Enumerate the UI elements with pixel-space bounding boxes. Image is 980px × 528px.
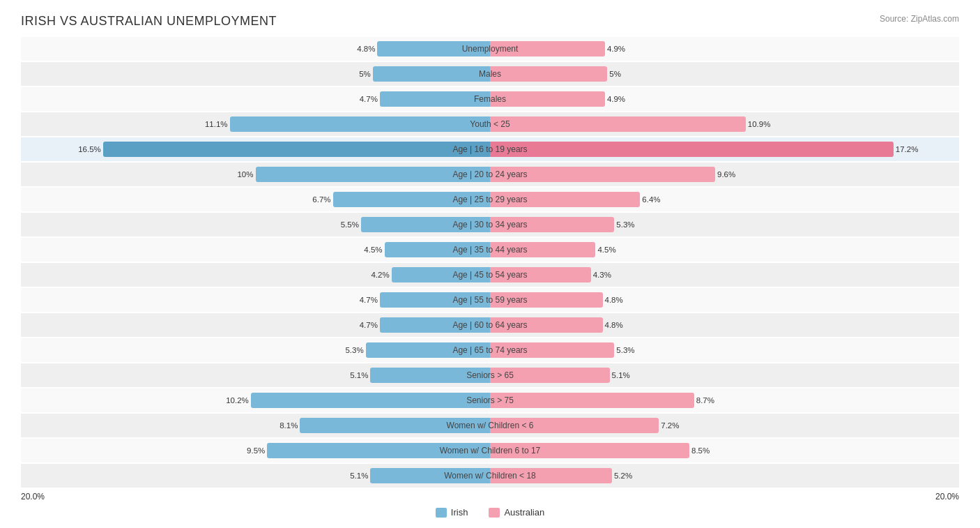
australian-value: 4.8%	[603, 321, 623, 329]
australian-bar	[490, 91, 605, 107]
row-label: Women w/ Children < 18	[444, 471, 536, 481]
right-half: 7.2%	[490, 414, 959, 437]
left-half: 5.1%	[21, 464, 490, 488]
chart-title: IRISH VS AUSTRALIAN UNEMPLOYMENT	[21, 14, 277, 29]
axis-right: 20.0%	[490, 492, 959, 501]
legend-australian-box	[489, 508, 500, 518]
left-half: 16.5%	[21, 137, 490, 161]
table-row: 4.2%Age | 45 to 54 years4.3%	[21, 263, 959, 287]
table-row: 11.1%Youth < 2510.9%	[21, 112, 959, 136]
table-row: 6.7%Age | 25 to 29 years6.4%	[21, 188, 959, 211]
row-label: Age | 16 to 19 years	[452, 144, 527, 154]
australian-bar	[490, 116, 746, 132]
left-half: 4.5%	[21, 238, 490, 262]
right-half: 5%	[490, 62, 959, 86]
right-half: 10.9%	[490, 112, 959, 136]
table-row: 4.7%Age | 60 to 64 years4.8%	[21, 313, 959, 337]
legend-irish: Irish	[436, 507, 468, 518]
irish-bar	[103, 142, 490, 157]
row-label: Age | 60 to 64 years	[452, 320, 527, 330]
irish-value: 4.7%	[360, 321, 380, 329]
table-row: 10.2%Seniors > 758.7%	[21, 389, 959, 412]
right-half: 4.9%	[490, 37, 959, 61]
right-half: 4.8%	[490, 288, 959, 312]
left-half: 5.1%	[21, 363, 490, 387]
row-label: Females	[474, 94, 506, 104]
right-half: 8.5%	[490, 439, 959, 462]
left-half: 11.1%	[21, 112, 490, 136]
table-row: 5%Males5%	[21, 62, 959, 86]
irish-value: 4.8%	[357, 45, 377, 53]
australian-value: 10.9%	[746, 120, 771, 128]
axis-left: 20.0%	[21, 492, 490, 501]
right-half: 4.9%	[490, 87, 959, 111]
australian-value: 5.1%	[610, 371, 630, 379]
row-label: Seniors > 65	[466, 370, 514, 380]
row-label: Males	[479, 69, 501, 79]
left-half: 5.3%	[21, 338, 490, 362]
australian-value: 17.2%	[894, 145, 919, 153]
irish-bar	[373, 66, 490, 82]
row-label: Age | 25 to 29 years	[452, 195, 527, 204]
table-row: 9.5%Women w/ Children 6 to 178.5%	[21, 439, 959, 462]
australian-bar	[490, 66, 607, 82]
left-half: 10%	[21, 163, 490, 186]
row-label: Age | 30 to 34 years	[452, 220, 527, 229]
australian-value: 8.7%	[694, 396, 714, 405]
axis-row: 20.0% 20.0%	[21, 492, 959, 501]
legend-irish-box	[436, 508, 447, 518]
right-half: 17.2%	[490, 137, 959, 161]
irish-value: 5%	[359, 70, 373, 78]
right-half: 6.4%	[490, 188, 959, 211]
row-label: Seniors > 75	[466, 395, 514, 405]
australian-value: 5.3%	[614, 220, 634, 229]
irish-value: 9.5%	[247, 446, 267, 455]
right-half: 4.8%	[490, 313, 959, 337]
chart-rows: 4.8%Unemployment4.9%5%Males5%4.7%Females…	[21, 37, 959, 488]
irish-value: 5.1%	[350, 472, 370, 480]
left-half: 9.5%	[21, 439, 490, 462]
legend-australian-label: Australian	[504, 507, 544, 518]
legend-irish-label: Irish	[451, 507, 468, 518]
left-half: 6.7%	[21, 188, 490, 211]
row-label: Age | 45 to 54 years	[452, 270, 527, 280]
irish-value: 5.5%	[341, 220, 361, 229]
irish-value: 11.1%	[205, 120, 230, 128]
row-label: Women w/ Children 6 to 17	[440, 446, 541, 455]
right-half: 5.2%	[490, 464, 959, 488]
irish-value: 4.7%	[360, 296, 380, 304]
right-half: 9.6%	[490, 163, 959, 186]
right-half: 4.5%	[490, 238, 959, 262]
right-half: 8.7%	[490, 389, 959, 412]
irish-value: 8.1%	[280, 421, 300, 430]
australian-value: 6.4%	[640, 195, 660, 204]
left-half: 10.2%	[21, 389, 490, 412]
irish-value: 4.7%	[360, 95, 380, 103]
australian-bar	[490, 142, 894, 157]
left-half: 8.1%	[21, 414, 490, 437]
australian-value: 4.9%	[605, 95, 625, 103]
row-label: Women w/ Children < 6	[447, 421, 534, 430]
left-half: 5%	[21, 62, 490, 86]
australian-value: 4.3%	[591, 271, 611, 279]
australian-value: 5.2%	[612, 472, 632, 480]
irish-bar	[251, 393, 490, 408]
irish-value: 10.2%	[226, 396, 251, 405]
source-label: Source: ZipAtlas.com	[880, 14, 959, 24]
right-half: 5.1%	[490, 363, 959, 387]
row-label: Age | 20 to 24 years	[452, 169, 527, 179]
australian-value: 4.5%	[595, 246, 615, 254]
irish-value: 5.3%	[345, 346, 365, 354]
table-row: 10%Age | 20 to 24 years9.6%	[21, 163, 959, 186]
table-row: 5.3%Age | 65 to 74 years5.3%	[21, 338, 959, 362]
australian-value: 4.9%	[605, 45, 625, 53]
australian-value: 5%	[607, 70, 621, 78]
left-half: 4.7%	[21, 313, 490, 337]
table-row: 5.1%Women w/ Children < 185.2%	[21, 464, 959, 488]
legend: Irish Australian	[21, 507, 959, 518]
left-half: 4.7%	[21, 87, 490, 111]
australian-value: 9.6%	[715, 170, 735, 179]
irish-value: 10%	[237, 170, 255, 179]
right-half: 4.3%	[490, 263, 959, 287]
chart-container: IRISH VS AUSTRALIAN UNEMPLOYMENT Source:…	[21, 14, 959, 518]
